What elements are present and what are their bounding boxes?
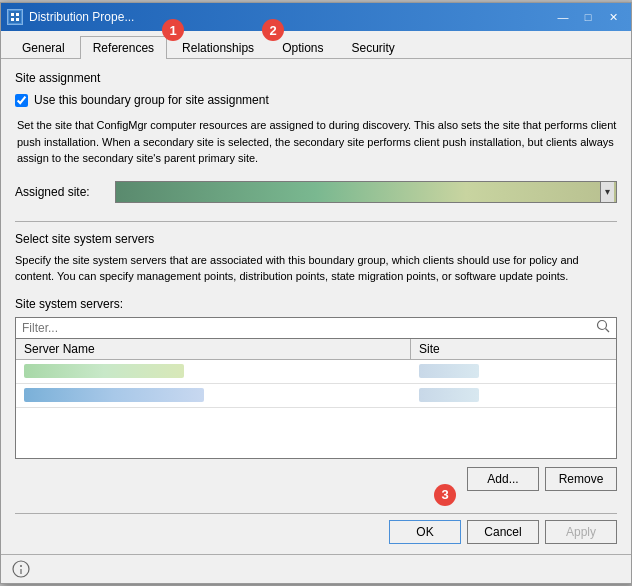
select-servers-header: Select site system servers	[15, 232, 617, 246]
site-assignment-description: Set the site that ConfigMgr computer res…	[15, 117, 617, 167]
blurred-site-2	[419, 388, 479, 402]
server-name-cell-2	[16, 386, 411, 404]
tab-security[interactable]: Security	[338, 36, 407, 59]
select-servers-description: Specify the site system servers that are…	[15, 252, 617, 285]
svg-point-5	[598, 321, 607, 330]
status-bar-icon	[11, 559, 31, 579]
use-boundary-label: Use this boundary group for site assignm…	[34, 93, 269, 107]
ok-button[interactable]: OK	[389, 520, 461, 544]
column-server-name: Server Name	[16, 339, 411, 359]
title-bar: Distribution Prope... — □ ✕	[1, 3, 631, 31]
add-remove-buttons: Add... Remove	[15, 467, 617, 491]
tab-general[interactable]: General	[9, 36, 78, 59]
window-title: Distribution Prope...	[29, 10, 134, 24]
svg-rect-2	[16, 13, 19, 16]
minimize-button[interactable]: —	[551, 7, 575, 27]
use-boundary-group-row: Use this boundary group for site assignm…	[15, 93, 617, 107]
svg-rect-4	[16, 18, 19, 21]
maximize-button[interactable]: □	[576, 7, 600, 27]
site-cell-2	[411, 386, 616, 404]
status-bar	[1, 554, 631, 583]
svg-point-8	[20, 565, 22, 567]
table-header: Server Name Site	[16, 339, 616, 360]
tab-options[interactable]: Options	[269, 36, 336, 59]
window-controls: — □ ✕	[551, 7, 625, 27]
use-boundary-checkbox[interactable]	[15, 94, 28, 107]
tab-relationships[interactable]: Relationships 2	[169, 36, 267, 59]
filter-input[interactable]	[16, 319, 590, 337]
search-icon	[590, 319, 616, 336]
remove-button[interactable]: Remove	[545, 467, 617, 491]
site-system-servers-label: Site system servers:	[15, 297, 617, 311]
annotation-3: 3	[434, 484, 456, 506]
apply-button[interactable]: Apply	[545, 520, 617, 544]
svg-rect-0	[9, 11, 21, 23]
site-assignment-header: Site assignment	[15, 71, 617, 85]
blurred-site	[419, 364, 479, 378]
filter-row	[15, 317, 617, 339]
window-icon	[7, 9, 23, 25]
tab-references[interactable]: References 1	[80, 36, 167, 59]
close-button[interactable]: ✕	[601, 7, 625, 27]
svg-rect-3	[11, 18, 14, 21]
dropdown-arrow-icon: ▾	[600, 182, 614, 202]
assigned-site-dropdown[interactable]: ▾	[115, 181, 617, 203]
assigned-site-row: Assigned site: ▾	[15, 181, 617, 203]
column-site: Site	[411, 339, 616, 359]
title-bar-left: Distribution Prope...	[7, 9, 134, 25]
add-button[interactable]: Add...	[467, 467, 539, 491]
section-divider	[15, 221, 617, 222]
table-row[interactable]	[16, 384, 616, 408]
cancel-button[interactable]: Cancel	[467, 520, 539, 544]
table-row[interactable]	[16, 360, 616, 384]
site-cell	[411, 362, 616, 380]
bottom-buttons-row: 3 OK Cancel Apply	[1, 514, 631, 554]
assigned-site-label: Assigned site:	[15, 185, 105, 199]
tab-bar: General References 1 Relationships 2 Opt…	[1, 31, 631, 59]
tab-content: Site assignment Use this boundary group …	[1, 59, 631, 513]
server-name-cell	[16, 362, 411, 380]
server-table: Server Name Site	[15, 339, 617, 459]
blurred-server-name-2	[24, 388, 204, 402]
main-window: Distribution Prope... — □ ✕ General Refe…	[0, 2, 632, 584]
svg-rect-1	[11, 13, 14, 16]
blurred-server-name	[24, 364, 184, 378]
svg-line-6	[606, 329, 610, 333]
